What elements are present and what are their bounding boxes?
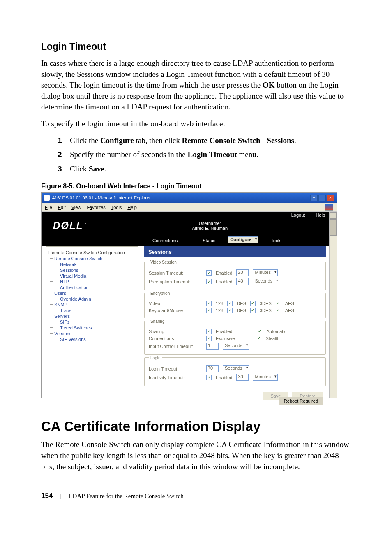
- nav-authentication[interactable]: Authentication: [48, 285, 136, 290]
- menu-help[interactable]: Help: [127, 205, 137, 210]
- step-3-text: Click Save.: [70, 164, 106, 175]
- sharing-auto-cb[interactable]: ✓: [257, 329, 262, 334]
- menu-favorites[interactable]: Favorites: [87, 205, 105, 210]
- kb-des-cb[interactable]: ✓: [227, 308, 233, 313]
- session-timeout-checkbox[interactable]: ✓: [206, 270, 212, 276]
- nav-virtual-media[interactable]: Virtual Media: [48, 273, 136, 279]
- nav-traps[interactable]: Traps: [48, 308, 136, 313]
- nav-servers[interactable]: Servers: [48, 313, 136, 319]
- step1-d: Remote Console Switch - Sessions: [182, 136, 294, 145]
- step2-a: Specify the number of seconds in the: [70, 150, 188, 159]
- nav-tiered-switches[interactable]: Tiered Switches: [48, 325, 136, 331]
- preemption-timeout-label: Preemption Timeout:: [149, 279, 202, 284]
- close-button[interactable]: ×: [327, 195, 334, 201]
- scroll-thumb[interactable]: [330, 219, 337, 236]
- inactivity-unit[interactable]: Minutes: [253, 374, 278, 381]
- masthead: DØLL™ Username: Alfred E. Neuman: [42, 218, 337, 236]
- menu-file[interactable]: File: [45, 205, 52, 210]
- minimize-button[interactable]: −: [310, 195, 318, 201]
- content-area: Logout Help DØLL™ Username: Alfred E. Ne…: [42, 212, 337, 398]
- nav-sip-versions[interactable]: SIP Versions: [48, 336, 136, 342]
- kb-aes-cb[interactable]: ✓: [276, 308, 281, 313]
- preemption-timeout-unit[interactable]: Seconds: [253, 278, 279, 285]
- steps-list: 1 Click the Configure tab, then click Re…: [41, 135, 351, 175]
- sharing-enabled-cb[interactable]: ✓: [206, 329, 212, 334]
- sidebar-title: Remote Console Switch Configuration: [48, 250, 136, 255]
- nav-sips[interactable]: SIPs: [48, 319, 136, 325]
- video-enc-label: Video:: [149, 301, 202, 306]
- login-timeout-unit[interactable]: Seconds: [223, 365, 249, 372]
- nav-rcs[interactable]: Remote Console Switch: [48, 256, 136, 262]
- video-aes-cb[interactable]: ✓: [276, 301, 281, 306]
- step-2: 2 Specify the number of seconds in the L…: [58, 149, 351, 160]
- kb-3des-cb[interactable]: ✓: [250, 308, 256, 313]
- ie-flag-icon: [325, 204, 333, 211]
- input-control-unit[interactable]: Seconds: [223, 343, 249, 350]
- nav-versions[interactable]: Versions: [48, 331, 136, 336]
- preemption-timeout-checkbox[interactable]: ✓: [206, 279, 212, 284]
- step-1-number: 1: [58, 135, 64, 146]
- nav-ntp[interactable]: NTP: [48, 279, 136, 285]
- sharing-auto: Automatic: [266, 329, 286, 334]
- logout-link[interactable]: Logout: [291, 213, 305, 218]
- login-timeout-label: Login Timeout:: [149, 366, 202, 371]
- session-timeout-input[interactable]: 20: [236, 269, 249, 276]
- menu-view[interactable]: View: [71, 205, 81, 210]
- step3-c: .: [104, 164, 106, 173]
- step3-b: Save: [89, 164, 104, 173]
- menubar: File Edit View Favorites Tools Help: [42, 203, 337, 212]
- preemption-timeout-input[interactable]: 40: [236, 278, 249, 285]
- nav-snmp[interactable]: SNMP: [48, 302, 136, 308]
- step1-c: tab, then click: [134, 136, 182, 145]
- nav-users[interactable]: Users: [48, 290, 136, 296]
- kb-128-cb[interactable]: ✓: [206, 308, 212, 313]
- step-2-number: 2: [58, 149, 64, 160]
- help-link[interactable]: Help: [316, 213, 325, 218]
- tab-configure[interactable]: Configure: [228, 236, 258, 243]
- lbl-aesb: AES: [285, 308, 294, 313]
- video-128-cb[interactable]: ✓: [206, 301, 212, 306]
- sessions-header: Sessions: [144, 246, 326, 257]
- nav-override-admin[interactable]: Override Admin: [48, 296, 136, 302]
- tab-connections[interactable]: Connections: [140, 236, 190, 246]
- reboot-required-button[interactable]: Reboot Required: [279, 397, 323, 405]
- scroll-up-icon[interactable]: [330, 212, 337, 219]
- footer-divider: |: [60, 493, 61, 500]
- scrollbar[interactable]: [329, 212, 337, 398]
- video-des-cb[interactable]: ✓: [227, 301, 233, 306]
- conn-exclusive-cb[interactable]: ✓: [206, 336, 212, 341]
- maximize-button[interactable]: □: [318, 195, 326, 201]
- window-title: 4161DS 01.01.06.01 - Microsoft Internet …: [52, 195, 151, 200]
- session-timeout-label: Session Timeout:: [149, 271, 202, 276]
- tab-status[interactable]: Status: [190, 236, 228, 246]
- inactivity-enabled-cb[interactable]: ✓: [206, 375, 212, 380]
- step-3-number: 3: [58, 164, 64, 175]
- ie-icon: [44, 195, 50, 201]
- step-1: 1 Click the Configure tab, then click Re…: [58, 135, 351, 146]
- menu-tools[interactable]: Tools: [111, 205, 122, 210]
- sharing-group: Sharing Sharing: ✓Enabled ✓Automatic Con…: [144, 321, 326, 355]
- nav-sessions[interactable]: Sessions: [48, 267, 136, 273]
- instructions-lead: To specify the login timeout in the on-b…: [41, 118, 351, 130]
- tab-tools[interactable]: Tools: [258, 236, 294, 246]
- menu-edit[interactable]: Edit: [58, 205, 66, 210]
- page-number: 154: [41, 492, 53, 500]
- conn-stealth-cb[interactable]: ✓: [256, 336, 261, 341]
- step2-b: Login Timeout: [188, 150, 237, 159]
- login-timeout-input[interactable]: 70: [206, 365, 219, 372]
- lbl-128b: 128: [216, 308, 223, 313]
- window-titlebar: 4161DS 01.01.06.01 - Microsoft Internet …: [42, 193, 337, 203]
- video-session-group: Video Session Session Timeout: ✓ Enabled…: [144, 262, 326, 290]
- inactivity-enabled: Enabled: [216, 375, 232, 380]
- section-login-timeout: Login Timeout: [41, 41, 351, 52]
- lbl-3desa: 3DES: [260, 301, 272, 306]
- video-3des-cb[interactable]: ✓: [250, 301, 256, 306]
- inactivity-input[interactable]: 30: [236, 374, 249, 381]
- lbl-3desb: 3DES: [260, 308, 272, 313]
- login-timeout-description: In cases where there is a large enough d…: [41, 58, 351, 113]
- encryption-group: Encryption Video: ✓128 ✓DES ✓3DES ✓AES K…: [144, 293, 326, 318]
- nav-network[interactable]: Network: [48, 262, 136, 267]
- session-timeout-unit[interactable]: Minutes: [253, 269, 278, 276]
- input-control-input[interactable]: 1: [206, 343, 219, 350]
- ca-certificate-description: The Remote Console Switch can only displ…: [41, 439, 351, 472]
